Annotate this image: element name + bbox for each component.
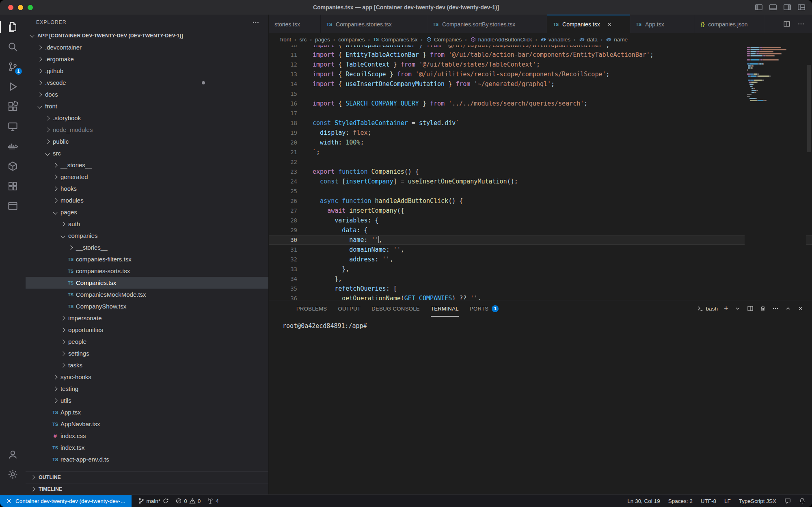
tree-item-index-tsx[interactable]: TSindex.tsx <box>26 442 268 453</box>
editor-more-actions-icon[interactable] <box>797 20 805 28</box>
code-line[interactable]: 26 async function handleAddButtonClick()… <box>269 196 812 206</box>
problems-indicator[interactable]: 0 0 <box>175 498 201 504</box>
tree-item-github[interactable]: .github <box>26 65 268 77</box>
tree-item-docs[interactable]: docs <box>26 88 268 100</box>
tree-item-opportunities[interactable]: opportunities <box>26 324 268 336</box>
code-line[interactable]: 27 await insertCompany({ <box>269 206 812 216</box>
close-window-button[interactable] <box>8 5 13 10</box>
branch-indicator[interactable]: main* <box>138 498 169 504</box>
tab-companies-stories-tsx[interactable]: TSCompanies.stories.tsx <box>321 15 427 33</box>
new-terminal-button[interactable]: + <box>724 305 728 312</box>
code-line[interactable]: 31 domainName: '', <box>269 245 812 255</box>
code-line[interactable]: 32 address: '', <box>269 255 812 264</box>
tree-item-storybook[interactable]: .storybook <box>26 112 268 124</box>
activity-item-run-debug[interactable] <box>0 77 26 97</box>
tree-item-settings[interactable]: settings <box>26 347 268 359</box>
code-line[interactable]: 20 width: 100%; <box>269 138 812 147</box>
notifications-bell-icon[interactable] <box>799 498 806 504</box>
tab-companies-sortby-stories-tsx[interactable]: TSCompanies.sortBy.stories.tsx <box>427 15 547 33</box>
code-line[interactable]: 25 <box>269 186 812 196</box>
timeline-section[interactable]: TIMELINE <box>26 483 268 495</box>
zoom-window-button[interactable] <box>28 5 33 10</box>
tree-item-people[interactable]: people <box>26 336 268 347</box>
tree-item-vscode[interactable]: .vscode <box>26 77 268 88</box>
code-line[interactable]: 34 }, <box>269 274 812 284</box>
tree-item-companyshow-tsx[interactable]: TSCompanyShow.tsx <box>26 300 268 312</box>
toggle-panel-icon[interactable] <box>769 3 777 11</box>
tree-item-index-css[interactable]: #index.css <box>26 430 268 442</box>
panel-more-actions-icon[interactable] <box>772 305 779 312</box>
activity-item-remote-explorer[interactable] <box>0 117 26 136</box>
tree-item-appnavbar-tsx[interactable]: TSAppNavbar.tsx <box>26 418 268 430</box>
maximize-panel-icon[interactable] <box>785 305 791 312</box>
terminal[interactable]: root@0a42ecd84891:/app# <box>269 317 812 330</box>
tab-companies-tsx[interactable]: TSCompanies.tsx <box>547 15 630 33</box>
panel-tab-debug-console[interactable]: DEBUG CONSOLE <box>371 300 420 317</box>
toggle-secondary-sidebar-icon[interactable] <box>783 3 791 11</box>
breadcrumb-item-companies-tsx[interactable]: TSCompanies.tsx <box>373 37 417 43</box>
code-line[interactable]: 22 <box>269 157 812 167</box>
tree-item-generated[interactable]: generated <box>26 171 268 183</box>
code-line[interactable]: 19 display: flex; <box>269 128 812 138</box>
tree-item-public[interactable]: public <box>26 136 268 147</box>
shell-selector[interactable]: bash <box>697 305 718 312</box>
feedback-icon[interactable] <box>784 498 791 504</box>
breadcrumb-item-handleaddbuttonclick[interactable]: handleAddButtonClick <box>470 37 532 43</box>
tree-item-impersonate[interactable]: impersonate <box>26 312 268 324</box>
tree-item-stories[interactable]: __stories__ <box>26 242 268 253</box>
tree-item-companiesmockmode-tsx[interactable]: TSCompaniesMockMode.tsx <box>26 289 268 300</box>
panel-tab-output[interactable]: OUTPUT <box>338 300 361 317</box>
close-icon[interactable] <box>606 21 613 28</box>
breadcrumb-item-data[interactable]: data <box>579 37 598 43</box>
tree-item-app-tsx[interactable]: TSApp.tsx <box>26 406 268 418</box>
breadcrumb-item-companies[interactable]: Companies <box>426 37 462 43</box>
code-line[interactable]: 21`; <box>269 147 812 157</box>
encoding[interactable]: UTF-8 <box>701 498 716 504</box>
ports-indicator[interactable]: 4 <box>207 498 219 504</box>
toggle-sidebar-icon[interactable] <box>755 3 763 11</box>
code-line[interactable]: 28 variables: { <box>269 216 812 225</box>
tree-item-tasks[interactable]: tasks <box>26 359 268 371</box>
code-editor[interactable]: 10import { WithTopBarContainer } from '@… <box>269 45 812 300</box>
explorer-more-actions-icon[interactable] <box>252 19 259 26</box>
activity-item-live-preview[interactable] <box>0 196 26 216</box>
indentation[interactable]: Spaces: 2 <box>668 498 693 504</box>
breadcrumb-item-companies[interactable]: companies <box>338 37 365 43</box>
code-line[interactable]: 11import { EntityTableActionBar } from '… <box>269 50 812 60</box>
tree-item-ergomake[interactable]: .ergomake <box>26 53 268 65</box>
code-line[interactable]: 10import { WithTopBarContainer } from '@… <box>269 45 812 50</box>
close-panel-icon[interactable] <box>797 305 804 312</box>
workspace-section-header[interactable]: APP [CONTAINER DEV-TWENTY-DEV (DEV-TWENT… <box>26 30 268 41</box>
code-line[interactable]: 15 <box>269 89 812 99</box>
panel-tab-problems[interactable]: PROBLEMS <box>296 300 327 317</box>
breadcrumb-item-pages[interactable]: pages <box>315 37 330 43</box>
tree-item-pages[interactable]: pages <box>26 206 268 218</box>
minimap[interactable] <box>745 45 806 300</box>
tree-item-utils[interactable]: utils <box>26 395 268 406</box>
activity-item-kubernetes[interactable] <box>0 176 26 196</box>
tree-item-auth[interactable]: auth <box>26 218 268 230</box>
tree-item-companies-sorts-tsx[interactable]: TScompanies-sorts.tsx <box>26 265 268 277</box>
tree-item-front[interactable]: front <box>26 100 268 112</box>
activity-item-docker[interactable] <box>0 136 26 156</box>
tree-item-stories[interactable]: __stories__ <box>26 159 268 171</box>
tree-item-hooks[interactable]: hooks <box>26 183 268 194</box>
tree-item-companies[interactable]: companies <box>26 230 268 242</box>
code-line[interactable]: 16import { SEARCH_COMPANY_QUERY } from '… <box>269 99 812 108</box>
terminal-dropdown-icon[interactable] <box>734 305 741 312</box>
eol-sequence[interactable]: LF <box>724 498 731 504</box>
tab-app-tsx[interactable]: TSApp.tsx <box>630 15 695 33</box>
activity-item-accounts[interactable] <box>0 444 26 464</box>
tree-item-sync-hooks[interactable]: sync-hooks <box>26 371 268 383</box>
code-line[interactable]: 33 }, <box>269 264 812 274</box>
panel-tab-terminal[interactable]: TERMINAL <box>431 300 459 317</box>
code-line[interactable]: 13import { RecoilScope } from '@/ui/util… <box>269 69 812 79</box>
breadcrumb-item-front[interactable]: front <box>280 37 291 43</box>
tree-item-devcontainer[interactable]: .devcontainer <box>26 41 268 53</box>
tree-item-react-app-env-d-ts[interactable]: TSreact-app-env.d.ts <box>26 453 268 465</box>
tree-item-companies-filters-tsx[interactable]: TScompanies-filters.tsx <box>26 253 268 265</box>
breadcrumb-item-src[interactable]: src <box>300 37 307 43</box>
tree-item-node-modules[interactable]: node_modules <box>26 124 268 136</box>
activity-item-settings[interactable] <box>0 464 26 484</box>
cursor-position[interactable]: Ln 30, Col 19 <box>627 498 660 504</box>
